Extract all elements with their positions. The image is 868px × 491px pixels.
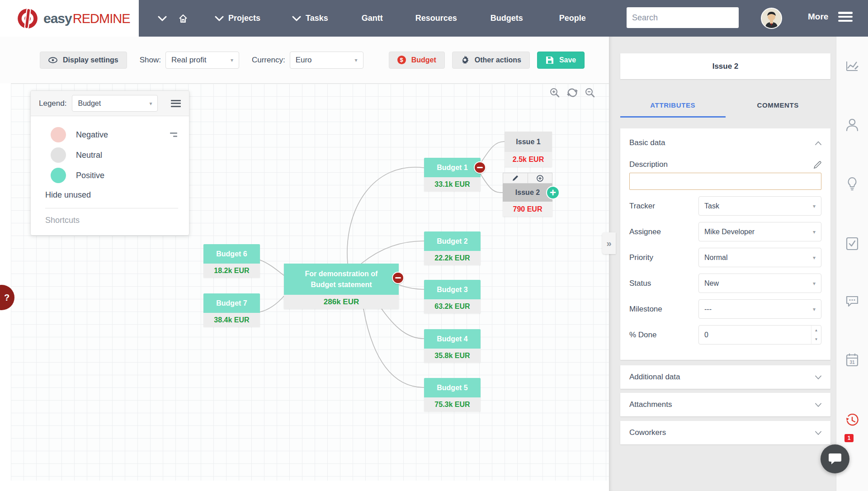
zoom-in-icon[interactable]: [549, 87, 560, 98]
node-title: Budget 1: [424, 158, 481, 177]
tasks-checklist-icon[interactable]: [842, 234, 862, 254]
nav-chevron-down-icon[interactable]: [158, 16, 167, 21]
logo[interactable]: easyREDMINE: [0, 0, 139, 37]
nav-item-tasks[interactable]: Tasks: [292, 14, 328, 23]
legend-item-neutral[interactable]: Neutral: [44, 147, 180, 163]
lightbulb-icon[interactable]: [842, 174, 862, 194]
add-node-button[interactable]: [528, 173, 552, 183]
budget-button[interactable]: $ Budget: [389, 52, 445, 69]
root-node-value: 286k EUR: [284, 295, 399, 309]
section-additional-data[interactable]: Additional data: [620, 365, 830, 389]
attachments-label: Attachments: [629, 400, 672, 409]
mindmap-node-budget-7[interactable]: Budget 738.4k EUR: [203, 293, 260, 327]
priority-label: Priority: [629, 253, 653, 262]
dollar-icon: $: [397, 56, 406, 64]
legend-header: Legend: Budget▾: [31, 91, 189, 116]
save-button[interactable]: Save: [537, 52, 585, 69]
mindmap-node-issue-1[interactable]: Issue 12.5k EUR: [505, 132, 552, 167]
display-settings-button[interactable]: Display settings: [40, 52, 127, 69]
section-attachments[interactable]: Attachments: [620, 393, 830, 416]
statistics-icon[interactable]: [842, 56, 862, 76]
chat-help-icon[interactable]: [842, 292, 862, 312]
legend-menu-icon[interactable]: [171, 100, 181, 107]
legend-select[interactable]: Budget▾: [72, 95, 158, 112]
field-row-priority: Priority Normal▾: [629, 248, 821, 267]
nav-item-resources[interactable]: Resources: [415, 14, 457, 23]
other-actions-button[interactable]: Other actions: [452, 52, 530, 69]
user-avatar[interactable]: [761, 8, 782, 29]
tab-comments[interactable]: COMMENTS: [726, 94, 831, 118]
spinner-down-icon[interactable]: ▼: [811, 335, 821, 345]
mindmap-node-budget-1[interactable]: Budget 133.1k EUR: [424, 158, 481, 191]
legend-label: Legend:: [39, 99, 66, 108]
node-title: Budget 4: [424, 329, 481, 349]
zoom-out-icon[interactable]: [585, 87, 595, 98]
show-select[interactable]: Real profit▾: [165, 52, 239, 69]
right-icon-rail: 31 1: [836, 37, 868, 491]
node-value: 33.1k EUR: [424, 177, 481, 191]
legend-item-negative[interactable]: Negative: [44, 127, 180, 142]
hide-unused-link[interactable]: Hide unused: [45, 190, 180, 200]
tab-attributes[interactable]: ATTRIBUTES: [620, 94, 726, 118]
milestone-select[interactable]: ---▾: [698, 299, 821, 319]
assignee-select[interactable]: Mike Developer▾: [698, 222, 821, 241]
nav-links: Projects Tasks Gantt Resources Budgets P…: [215, 14, 586, 23]
nav-item-gantt[interactable]: Gantt: [362, 14, 383, 23]
zoom-reset-icon[interactable]: [566, 87, 578, 98]
mindmap-node-budget-4[interactable]: Budget 435.8k EUR: [424, 329, 481, 363]
more-label: More: [808, 12, 828, 22]
chevron-down-icon: [815, 375, 821, 379]
more-menu[interactable]: More: [808, 12, 853, 22]
collapse-node-button[interactable]: [474, 161, 486, 174]
other-actions-label: Other actions: [475, 56, 521, 64]
percent-done-input[interactable]: [699, 331, 811, 339]
nav-item-budgets[interactable]: Budgets: [491, 14, 523, 23]
description-input[interactable]: [629, 173, 821, 190]
milestone-value: ---: [704, 305, 712, 313]
expand-node-button[interactable]: +: [546, 186, 560, 199]
search-input[interactable]: [632, 13, 737, 23]
section-coworkers[interactable]: Coworkers: [620, 421, 830, 444]
nav-item-people[interactable]: People: [559, 14, 586, 23]
nav-label-tasks: Tasks: [306, 14, 328, 23]
shortcuts-link[interactable]: Shortcuts: [45, 216, 180, 225]
mindmap-node-budget-3[interactable]: Budget 363.2k EUR: [424, 280, 481, 313]
filter-icon[interactable]: [170, 132, 177, 137]
positive-swatch: [51, 168, 66, 183]
panel-collapse-handle[interactable]: »: [602, 232, 616, 254]
history-clock-icon[interactable]: [842, 411, 862, 430]
priority-select[interactable]: Normal▾: [698, 248, 821, 267]
collapse-node-button[interactable]: [392, 272, 404, 284]
user-icon[interactable]: [842, 115, 862, 135]
chevron-down-icon: ▾: [813, 280, 816, 287]
assignee-value: Mike Developer: [704, 228, 755, 236]
mindmap-node-budget-2[interactable]: Budget 222.2k EUR: [424, 231, 481, 265]
calendar-icon[interactable]: 31: [842, 350, 862, 370]
issue-title: Issue 2: [712, 62, 739, 71]
tracker-select[interactable]: Task▾: [698, 196, 821, 216]
basic-data-card: Basic data Description Tracker Task▾ Ass…: [620, 128, 830, 360]
currency-select[interactable]: Euro▾: [290, 52, 363, 69]
edit-node-button[interactable]: [503, 173, 528, 183]
spinner-up-icon[interactable]: ▲: [811, 326, 821, 335]
chevron-down-icon: ▾: [231, 57, 233, 63]
basic-data-header[interactable]: Basic data: [629, 138, 821, 147]
mindmap-node-budget-5[interactable]: Budget 575.3k EUR: [424, 378, 481, 411]
legend-item-positive[interactable]: Positive: [44, 168, 180, 183]
home-icon[interactable]: [179, 14, 188, 23]
mindmap-node-budget-6[interactable]: Budget 618.2k EUR: [203, 244, 260, 278]
mindmap-node-root[interactable]: For demonstration of Budget statement 28…: [284, 264, 399, 309]
status-select[interactable]: New▾: [698, 274, 821, 293]
edit-pencil-icon[interactable]: [814, 161, 821, 169]
node-value: 35.8k EUR: [424, 349, 481, 363]
chat-launcher-button[interactable]: [821, 444, 849, 473]
node-mini-toolbar: [503, 173, 552, 184]
node-value: 18.2k EUR: [203, 264, 260, 278]
tracker-label: Tracker: [629, 202, 655, 211]
easy-redmine-logo-icon: [17, 8, 38, 29]
save-floppy-icon: [546, 56, 554, 64]
legend-item-label: Negative: [76, 130, 108, 140]
nav-item-projects[interactable]: Projects: [215, 14, 260, 23]
hamburger-menu-icon[interactable]: [838, 12, 853, 22]
mindmap-node-issue-2-selected[interactable]: Issue 2790 EUR: [503, 184, 552, 217]
